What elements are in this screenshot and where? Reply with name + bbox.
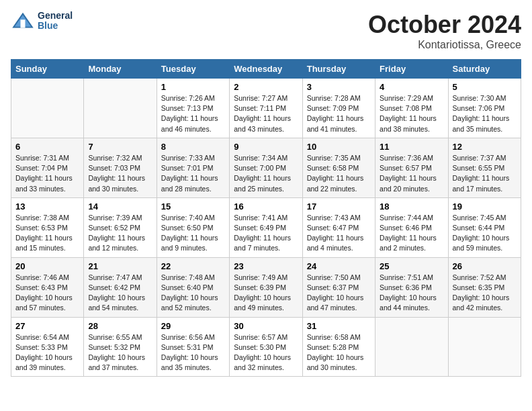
page-header: General Blue October 2024 Kontariotissa,… <box>11 11 521 51</box>
calendar-cell: 6Sunrise: 7:31 AMSunset: 7:04 PMDaylight… <box>11 138 84 197</box>
calendar-cell: 30Sunrise: 6:57 AMSunset: 5:30 PMDayligh… <box>230 317 302 377</box>
calendar-cell: 14Sunrise: 7:39 AMSunset: 6:52 PMDayligh… <box>84 197 157 257</box>
week-row-1: 6Sunrise: 7:31 AMSunset: 7:04 PMDaylight… <box>11 138 521 197</box>
day-number: 9 <box>234 142 298 152</box>
day-info: Sunrise: 7:36 AMSunset: 6:57 PMDaylight:… <box>380 153 443 194</box>
day-number: 31 <box>307 321 371 331</box>
day-info: Sunrise: 7:30 AMSunset: 7:06 PMDaylight:… <box>453 93 517 134</box>
calendar-cell: 8Sunrise: 7:33 AMSunset: 7:01 PMDaylight… <box>157 138 229 197</box>
day-number: 15 <box>161 201 225 212</box>
header-wednesday: Wednesday <box>230 60 302 79</box>
day-info: Sunrise: 7:39 AMSunset: 6:52 PMDaylight:… <box>88 213 152 254</box>
day-number: 19 <box>453 201 517 212</box>
day-number: 22 <box>161 261 225 271</box>
calendar-cell: 17Sunrise: 7:43 AMSunset: 6:47 PMDayligh… <box>302 197 375 257</box>
day-number: 18 <box>380 201 443 212</box>
calendar-cell: 19Sunrise: 7:45 AMSunset: 6:44 PMDayligh… <box>448 197 521 257</box>
calendar-cell: 20Sunrise: 7:46 AMSunset: 6:43 PMDayligh… <box>11 257 84 317</box>
day-number: 25 <box>380 261 443 271</box>
calendar-cell: 25Sunrise: 7:51 AMSunset: 6:36 PMDayligh… <box>375 257 448 317</box>
day-info: Sunrise: 6:54 AMSunset: 5:33 PMDaylight:… <box>15 332 79 373</box>
calendar-cell: 26Sunrise: 7:52 AMSunset: 6:35 PMDayligh… <box>448 257 521 317</box>
day-info: Sunrise: 7:38 AMSunset: 6:53 PMDaylight:… <box>15 213 79 254</box>
day-info: Sunrise: 7:31 AMSunset: 7:04 PMDaylight:… <box>15 153 79 194</box>
day-info: Sunrise: 7:45 AMSunset: 6:44 PMDaylight:… <box>453 213 517 254</box>
day-number: 23 <box>234 261 298 271</box>
calendar-cell: 21Sunrise: 7:47 AMSunset: 6:42 PMDayligh… <box>84 257 157 317</box>
calendar-cell: 22Sunrise: 7:48 AMSunset: 6:40 PMDayligh… <box>157 257 229 317</box>
day-number: 3 <box>307 82 371 92</box>
day-number: 11 <box>380 142 443 152</box>
day-number: 10 <box>307 142 371 152</box>
page-subtitle: Kontariotissa, Greece <box>368 39 521 51</box>
day-number: 2 <box>234 82 298 92</box>
day-info: Sunrise: 7:29 AMSunset: 7:08 PMDaylight:… <box>380 93 443 134</box>
logo-text: General Blue <box>38 11 73 32</box>
day-number: 20 <box>15 261 79 271</box>
page-title: October 2024 <box>368 11 521 39</box>
calendar-cell <box>84 79 157 138</box>
day-info: Sunrise: 7:47 AMSunset: 6:42 PMDaylight:… <box>88 273 152 314</box>
day-info: Sunrise: 7:26 AMSunset: 7:13 PMDaylight:… <box>161 93 225 134</box>
calendar-cell: 3Sunrise: 7:28 AMSunset: 7:09 PMDaylight… <box>302 79 375 138</box>
day-info: Sunrise: 6:55 AMSunset: 5:32 PMDaylight:… <box>88 332 152 373</box>
calendar-cell: 27Sunrise: 6:54 AMSunset: 5:33 PMDayligh… <box>11 317 84 377</box>
calendar-cell: 31Sunrise: 6:58 AMSunset: 5:28 PMDayligh… <box>302 317 375 377</box>
day-info: Sunrise: 6:56 AMSunset: 5:31 PMDaylight:… <box>161 332 225 373</box>
calendar-cell: 13Sunrise: 7:38 AMSunset: 6:53 PMDayligh… <box>11 197 84 257</box>
day-info: Sunrise: 7:52 AMSunset: 6:35 PMDaylight:… <box>453 273 517 314</box>
day-number: 28 <box>88 321 152 331</box>
day-info: Sunrise: 7:43 AMSunset: 6:47 PMDaylight:… <box>307 213 371 254</box>
calendar-cell: 1Sunrise: 7:26 AMSunset: 7:13 PMDaylight… <box>157 79 229 138</box>
day-number: 8 <box>161 142 225 152</box>
day-number: 29 <box>161 321 225 331</box>
calendar-cell: 10Sunrise: 7:35 AMSunset: 6:58 PMDayligh… <box>302 138 375 197</box>
day-number: 4 <box>380 82 443 92</box>
day-number: 26 <box>453 261 517 271</box>
day-number: 27 <box>15 321 79 331</box>
day-info: Sunrise: 7:27 AMSunset: 7:11 PMDaylight:… <box>234 93 298 134</box>
day-info: Sunrise: 7:49 AMSunset: 6:39 PMDaylight:… <box>234 273 298 314</box>
day-info: Sunrise: 7:35 AMSunset: 6:58 PMDaylight:… <box>307 153 371 194</box>
day-info: Sunrise: 7:50 AMSunset: 6:37 PMDaylight:… <box>307 273 371 314</box>
day-info: Sunrise: 7:34 AMSunset: 7:00 PMDaylight:… <box>234 153 298 194</box>
day-info: Sunrise: 7:33 AMSunset: 7:01 PMDaylight:… <box>161 153 225 194</box>
calendar-cell: 4Sunrise: 7:29 AMSunset: 7:08 PMDaylight… <box>375 79 448 138</box>
svg-rect-2 <box>21 20 26 28</box>
calendar-cell: 28Sunrise: 6:55 AMSunset: 5:32 PMDayligh… <box>84 317 157 377</box>
day-info: Sunrise: 7:32 AMSunset: 7:03 PMDaylight:… <box>88 153 152 194</box>
day-info: Sunrise: 6:57 AMSunset: 5:30 PMDaylight:… <box>234 332 298 373</box>
calendar-cell: 16Sunrise: 7:41 AMSunset: 6:49 PMDayligh… <box>230 197 302 257</box>
calendar-cell: 9Sunrise: 7:34 AMSunset: 7:00 PMDaylight… <box>230 138 302 197</box>
day-info: Sunrise: 7:46 AMSunset: 6:43 PMDaylight:… <box>15 273 79 314</box>
calendar-cell: 2Sunrise: 7:27 AMSunset: 7:11 PMDaylight… <box>230 79 302 138</box>
day-number: 24 <box>307 261 371 271</box>
calendar-cell: 24Sunrise: 7:50 AMSunset: 6:37 PMDayligh… <box>302 257 375 317</box>
day-number: 14 <box>88 201 152 212</box>
week-row-0: 1Sunrise: 7:26 AMSunset: 7:13 PMDaylight… <box>11 79 521 138</box>
day-number: 21 <box>88 261 152 271</box>
day-info: Sunrise: 7:51 AMSunset: 6:36 PMDaylight:… <box>380 273 443 314</box>
day-info: Sunrise: 7:41 AMSunset: 6:49 PMDaylight:… <box>234 213 298 254</box>
week-row-2: 13Sunrise: 7:38 AMSunset: 6:53 PMDayligh… <box>11 197 521 257</box>
calendar-cell: 29Sunrise: 6:56 AMSunset: 5:31 PMDayligh… <box>157 317 229 377</box>
calendar-cell: 5Sunrise: 7:30 AMSunset: 7:06 PMDaylight… <box>448 79 521 138</box>
day-number: 6 <box>15 142 79 152</box>
calendar-header-row: SundayMondayTuesdayWednesdayThursdayFrid… <box>11 60 521 79</box>
day-info: Sunrise: 7:44 AMSunset: 6:46 PMDaylight:… <box>380 213 443 254</box>
day-number: 12 <box>453 142 517 152</box>
day-info: Sunrise: 7:37 AMSunset: 6:55 PMDaylight:… <box>453 153 517 194</box>
week-row-4: 27Sunrise: 6:54 AMSunset: 5:33 PMDayligh… <box>11 317 521 377</box>
calendar-cell: 18Sunrise: 7:44 AMSunset: 6:46 PMDayligh… <box>375 197 448 257</box>
logo-line2: Blue <box>38 21 73 31</box>
calendar-cell: 23Sunrise: 7:49 AMSunset: 6:39 PMDayligh… <box>230 257 302 317</box>
logo-icon <box>11 11 35 30</box>
header-thursday: Thursday <box>302 60 375 79</box>
calendar-cell: 12Sunrise: 7:37 AMSunset: 6:55 PMDayligh… <box>448 138 521 197</box>
week-row-3: 20Sunrise: 7:46 AMSunset: 6:43 PMDayligh… <box>11 257 521 317</box>
day-number: 13 <box>15 201 79 212</box>
header-monday: Monday <box>84 60 157 79</box>
calendar-table: SundayMondayTuesdayWednesdayThursdayFrid… <box>11 59 521 377</box>
day-info: Sunrise: 7:48 AMSunset: 6:40 PMDaylight:… <box>161 273 225 314</box>
header-tuesday: Tuesday <box>157 60 229 79</box>
